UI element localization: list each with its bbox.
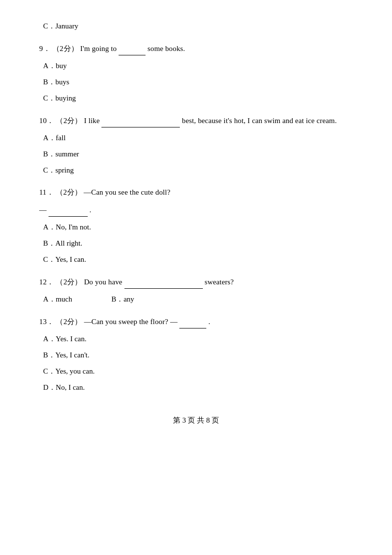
q10-option-b: B．summer	[39, 148, 353, 161]
q11-blank	[49, 203, 88, 217]
q9-blank	[119, 42, 146, 55]
q12-option-a: A．much	[43, 293, 72, 306]
q11-period: .	[90, 206, 92, 214]
q13-number: 13．	[39, 318, 54, 326]
question-9-text: 9． （2分） I'm going to some books.	[39, 42, 353, 55]
question-9: 9． （2分） I'm going to some books. A．buy B…	[39, 42, 353, 105]
q13-points: （2分）	[56, 318, 82, 326]
q12-option-b: B．any	[111, 293, 134, 306]
question-12: 12． （2分） Do you have sweaters? A．much B．…	[39, 275, 353, 306]
q11-points: （2分）	[56, 188, 82, 196]
q13-option-d: D．No, I can.	[39, 381, 353, 394]
q13-option-c: C．Yes, you can.	[39, 365, 353, 378]
q13-option-b: B．Yes, I can't.	[39, 349, 353, 362]
question-11-text: 11． （2分） —Can you see the cute doll?	[39, 186, 353, 199]
option-c-january: C．January	[39, 20, 353, 33]
q13-blank	[179, 315, 206, 328]
q10-points: （2分）	[56, 117, 82, 125]
q11-option-b: B．All right.	[39, 237, 353, 250]
q12-number: 12．	[39, 278, 54, 286]
q11-dialog1: —Can you see the cute doll?	[84, 188, 171, 196]
q10-text-after: best, because it's hot, I can swim and e…	[182, 117, 337, 125]
q11-option-a: A．No, I'm not.	[39, 221, 353, 234]
question-11: 11． （2分） —Can you see the cute doll? — .…	[39, 186, 353, 266]
q11-dialog2: — .	[39, 203, 353, 217]
q10-option-a: A．fall	[39, 131, 353, 145]
q9-option-b: B．buys	[39, 76, 353, 89]
question-13: 13． （2分） —Can you sweep the floor? — . A…	[39, 315, 353, 394]
q12-text-after: sweaters?	[204, 278, 234, 286]
q9-text-after: some books.	[147, 45, 185, 52]
q12-points: （2分）	[56, 278, 82, 286]
option-text: C．January	[39, 20, 353, 33]
question-13-text: 13． （2分） —Can you sweep the floor? — .	[39, 315, 353, 328]
q9-option-c: C．buying	[39, 92, 353, 105]
q13-period: .	[208, 318, 210, 326]
q9-option-a: A．buy	[39, 59, 353, 73]
q10-number: 10．	[39, 117, 54, 125]
q11-number: 11．	[39, 188, 54, 196]
q11-option-c: C．Yes, I can.	[39, 253, 353, 266]
q9-number: 9．	[39, 45, 50, 52]
question-10: 10． （2分） I like best, because it's hot, …	[39, 114, 353, 177]
q11-dash: —	[39, 206, 49, 214]
q10-blank	[101, 114, 180, 127]
question-12-text: 12． （2分） Do you have sweaters?	[39, 275, 353, 289]
q10-text-before: I like	[84, 117, 101, 125]
q12-options-row: A．much B．any	[39, 293, 353, 306]
q13-option-a: A．Yes. I can.	[39, 332, 353, 346]
q12-blank	[124, 275, 203, 289]
q13-dialog: —Can you sweep the floor? —	[84, 318, 179, 326]
q12-text-before: Do you have	[84, 278, 124, 286]
page-footer: 第 3 页 共 8 页	[39, 414, 353, 427]
footer-text: 第 3 页 共 8 页	[173, 416, 219, 424]
question-10-text: 10． （2分） I like best, because it's hot, …	[39, 114, 353, 127]
q9-points: （2分）	[52, 45, 78, 52]
q10-option-c: C．spring	[39, 164, 353, 177]
q9-text-before: I'm going to	[80, 45, 119, 52]
